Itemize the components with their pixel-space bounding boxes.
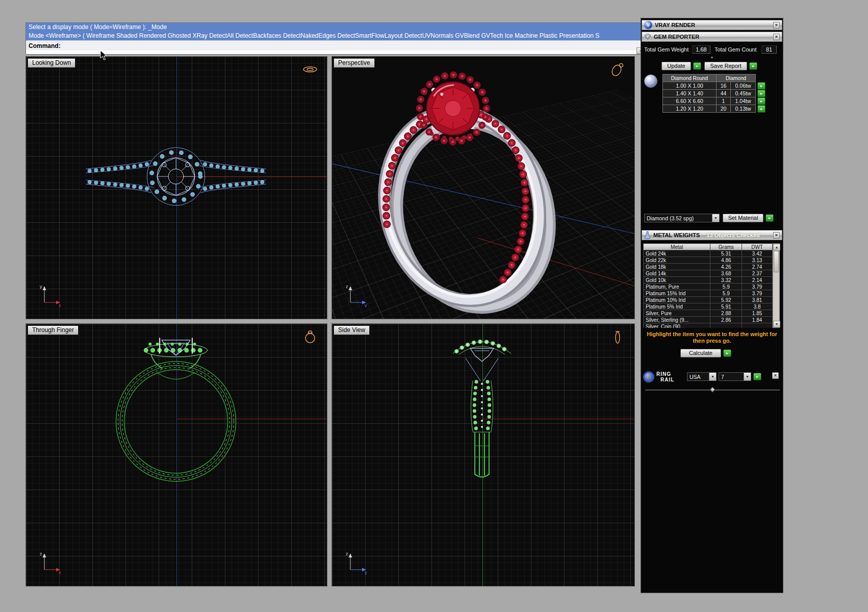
ring-profile-wireframe bbox=[332, 324, 634, 586]
svg-text:z: z bbox=[346, 551, 348, 556]
ring-rail-icon bbox=[643, 371, 654, 382]
gem-side-profile bbox=[160, 338, 192, 355]
command-history-panel: Select a display mode ( Mode=Wireframe )… bbox=[25, 22, 661, 55]
right-panel: V VRAY RENDER × GEM REPORTER × Total Gem… bbox=[641, 18, 783, 593]
mouse-cursor bbox=[100, 50, 107, 61]
scroll-down-icon[interactable]: ▼ bbox=[773, 321, 780, 327]
chevron-down-icon[interactable]: ▼ bbox=[744, 373, 751, 380]
metal-row[interactable]: Gold 22k4.863.13 bbox=[644, 257, 773, 264]
metal-row[interactable]: Platinum 5% Irid5.913.8 bbox=[644, 303, 773, 310]
metal-row[interactable]: Platinum 10% Irid5.923.81 bbox=[644, 297, 773, 303]
svg-text:y: y bbox=[40, 284, 42, 289]
viewport-title-through-finger[interactable]: Through Finger bbox=[28, 325, 79, 335]
gem-row-go-icon[interactable]: ► bbox=[757, 90, 765, 97]
axis-indicator: z x bbox=[39, 550, 64, 575]
metal-row[interactable]: Gold 24k5.313.42 bbox=[644, 250, 773, 257]
metal-weights-help-line1: Highlight the item you want to find the … bbox=[645, 331, 779, 338]
gem-row[interactable]: 1.40 X 1.40 44 0.45tw ► bbox=[663, 90, 766, 97]
viewport-through-finger[interactable]: Through Finger z x bbox=[25, 323, 327, 586]
panel-collapse-icon[interactable]: ▲ bbox=[641, 55, 783, 59]
ring-rail-region-dropdown[interactable]: USA ▼ bbox=[687, 372, 717, 381]
flask-icon bbox=[644, 231, 651, 239]
ring-rail-go-icon[interactable]: ► bbox=[753, 373, 761, 380]
close-icon[interactable]: × bbox=[773, 232, 780, 239]
gem-row-go-icon[interactable]: ► bbox=[757, 97, 765, 105]
gem-icon bbox=[644, 34, 651, 40]
close-icon[interactable]: × bbox=[773, 34, 780, 40]
mw-header-row: Metal Grams DWT bbox=[644, 244, 773, 250]
head-halo bbox=[147, 147, 205, 206]
metal-row[interactable]: Platinum 15% Irid5.93.79 bbox=[644, 290, 773, 297]
metal-weights-table-wrap: Metal Grams DWT Gold 24k5.313.42 Gold 22… bbox=[643, 243, 773, 328]
viewport-perspective[interactable]: Perspective z y bbox=[331, 56, 635, 319]
calculate-button[interactable]: Calculate bbox=[680, 349, 721, 358]
vray-render-header[interactable]: V VRAY RENDER × bbox=[642, 20, 782, 30]
gem-material-ball-icon[interactable] bbox=[644, 74, 657, 88]
viewport-title-side-view[interactable]: Side View bbox=[334, 325, 370, 335]
gem-row[interactable]: 1.00 X 1.00 16 0.06tw ► bbox=[663, 82, 766, 90]
band-section bbox=[473, 432, 491, 477]
close-icon[interactable]: × bbox=[773, 22, 780, 29]
metal-row[interactable]: Gold 14k3.682.37 bbox=[644, 270, 773, 277]
ring-size-slider-thumb[interactable] bbox=[709, 387, 715, 392]
ring-size-slider[interactable] bbox=[645, 390, 780, 391]
gem-reporter-header[interactable]: GEM REPORTER × bbox=[642, 32, 782, 42]
metal-row[interactable]: Silver, Pure2.881.85 bbox=[644, 310, 773, 317]
svg-text:y: y bbox=[365, 303, 367, 308]
gem-table-header: Diamond Round Diamond bbox=[663, 74, 766, 82]
metal-table-scrollbar[interactable]: ▲ ▼ bbox=[773, 243, 780, 328]
svg-text:x: x bbox=[59, 570, 61, 575]
metal-row[interactable]: Gold 10k3.322.14 bbox=[644, 277, 773, 284]
gem-row-go-icon[interactable]: ► bbox=[757, 105, 765, 113]
viewport-title-looking-down[interactable]: Looking Down bbox=[28, 58, 75, 68]
calculate-go-icon[interactable]: ► bbox=[723, 349, 731, 357]
command-mode-options-line[interactable]: Mode <Wireframe> ( Wireframe Shaded Rend… bbox=[26, 32, 653, 40]
vray-icon: V bbox=[644, 21, 652, 29]
viewport-title-perspective[interactable]: Perspective bbox=[334, 58, 375, 68]
gem-edge bbox=[466, 348, 498, 381]
axis-indicator: z y bbox=[345, 283, 370, 308]
total-gem-weight-label: Total Gem Weight bbox=[644, 46, 688, 53]
update-go-icon[interactable]: ► bbox=[693, 62, 701, 70]
gem-col-size: Diamond Round bbox=[663, 74, 717, 82]
metal-row[interactable]: Silver, Sterling (9...2.861.84 bbox=[644, 317, 773, 323]
metal-weights-header[interactable]: METAL WEIGHTS 13 Objects Checked × bbox=[642, 230, 782, 240]
scroll-up-icon[interactable]: ▲ bbox=[773, 244, 780, 250]
gem-row[interactable]: 6.60 X 6.60 1 1.04tw ► bbox=[663, 97, 766, 105]
center-ruby bbox=[426, 82, 479, 135]
metal-row[interactable]: Silver, Coin (90... bbox=[644, 323, 773, 328]
svg-text:z: z bbox=[346, 284, 348, 289]
set-material-go-icon[interactable]: ► bbox=[765, 214, 774, 222]
save-report-button[interactable]: Save Report bbox=[704, 62, 747, 70]
command-prompt-input[interactable]: Command: bbox=[26, 40, 653, 50]
total-gem-count-value: 81 bbox=[761, 45, 777, 54]
gem-row[interactable]: 1.20 X 1.20 20 0.13tw ► bbox=[663, 105, 766, 113]
vray-title: VRAY RENDER bbox=[655, 22, 695, 28]
close-icon[interactable]: × bbox=[772, 372, 779, 379]
ring-rail-size-dropdown[interactable]: 7 ▼ bbox=[719, 372, 751, 381]
set-material-button[interactable]: Set Material bbox=[723, 214, 763, 222]
material-dropdown[interactable]: Diamond (3.52 spg) ▼ bbox=[644, 214, 720, 222]
chevron-down-icon[interactable]: ▼ bbox=[709, 373, 716, 380]
axis-indicator: z y bbox=[345, 550, 370, 575]
save-report-go-icon[interactable]: ► bbox=[749, 62, 757, 70]
metal-row[interactable]: Gold 18k4.262.74 bbox=[644, 264, 773, 270]
stem-pave bbox=[471, 381, 493, 432]
metal-row[interactable]: Platinum, Pure5.93.79 bbox=[644, 284, 773, 290]
chevron-down-icon[interactable]: ▼ bbox=[712, 214, 719, 222]
viewport-looking-down[interactable]: Looking Down y x bbox=[25, 56, 327, 319]
viewport-grid: Looking Down y x bbox=[25, 56, 635, 586]
metal-scrollbar-thumb[interactable] bbox=[774, 251, 779, 272]
viewport-orientation-icon bbox=[609, 62, 626, 77]
update-button[interactable]: Update bbox=[661, 62, 691, 70]
svg-text:x: x bbox=[59, 303, 61, 308]
ring-rendered-view bbox=[332, 57, 634, 319]
metal-weights-title: METAL WEIGHTS bbox=[653, 232, 700, 238]
viewport-side-view[interactable]: Side View z y bbox=[331, 323, 635, 586]
svg-text:y: y bbox=[365, 570, 367, 575]
metal-weights-help-line2: then press go. bbox=[645, 338, 779, 344]
gem-report-table: Diamond Round Diamond 1.00 X 1.00 16 0.0… bbox=[662, 74, 766, 113]
svg-text:z: z bbox=[40, 551, 42, 556]
metal-weights-table: Metal Grams DWT Gold 24k5.313.42 Gold 22… bbox=[643, 243, 773, 328]
gem-row-go-icon[interactable]: ► bbox=[757, 82, 765, 90]
